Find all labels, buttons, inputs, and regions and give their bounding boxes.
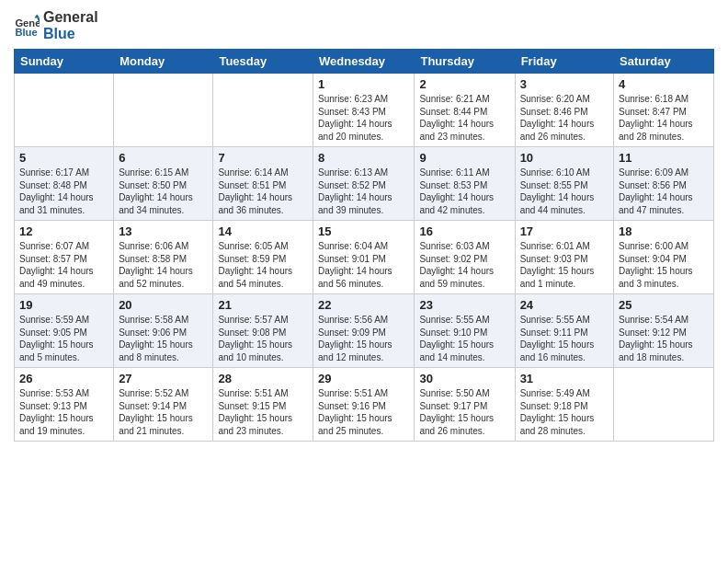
calendar-week-row: 19Sunrise: 5:59 AM Sunset: 9:05 PM Dayli… bbox=[15, 294, 714, 368]
calendar-day-19: 19Sunrise: 5:59 AM Sunset: 9:05 PM Dayli… bbox=[15, 294, 114, 368]
logo-blue: Blue bbox=[43, 26, 98, 42]
day-info: Sunrise: 6:14 AM Sunset: 8:51 PM Dayligh… bbox=[218, 167, 308, 216]
day-number: 28 bbox=[218, 372, 308, 385]
calendar-day-13: 13Sunrise: 6:06 AM Sunset: 8:58 PM Dayli… bbox=[114, 221, 213, 294]
day-number: 13 bbox=[119, 224, 208, 238]
weekday-header-sunday: Sunday bbox=[15, 50, 114, 74]
logo: General Blue General Blue bbox=[14, 9, 98, 41]
day-info: Sunrise: 6:20 AM Sunset: 8:46 PM Dayligh… bbox=[520, 93, 609, 143]
calendar-day-28: 28Sunrise: 5:51 AM Sunset: 9:15 PM Dayli… bbox=[213, 368, 313, 442]
day-info: Sunrise: 5:56 AM Sunset: 9:09 PM Dayligh… bbox=[318, 314, 409, 363]
calendar-day-7: 7Sunrise: 6:14 AM Sunset: 8:51 PM Daylig… bbox=[213, 147, 313, 221]
day-info: Sunrise: 6:13 AM Sunset: 8:52 PM Dayligh… bbox=[318, 167, 409, 216]
day-number: 25 bbox=[619, 298, 709, 312]
day-info: Sunrise: 5:51 AM Sunset: 9:16 PM Dayligh… bbox=[318, 387, 409, 437]
calendar-day-21: 21Sunrise: 5:57 AM Sunset: 9:08 PM Dayli… bbox=[213, 294, 313, 368]
day-number: 1 bbox=[318, 77, 409, 91]
weekday-header-thursday: Thursday bbox=[415, 50, 515, 74]
day-info: Sunrise: 5:53 AM Sunset: 9:13 PM Dayligh… bbox=[19, 387, 108, 437]
day-number: 2 bbox=[419, 77, 509, 91]
calendar-day-6: 6Sunrise: 6:15 AM Sunset: 8:50 PM Daylig… bbox=[114, 147, 213, 221]
day-info: Sunrise: 6:07 AM Sunset: 8:57 PM Dayligh… bbox=[19, 240, 108, 290]
day-info: Sunrise: 6:23 AM Sunset: 8:43 PM Dayligh… bbox=[318, 93, 409, 143]
calendar-day-14: 14Sunrise: 6:05 AM Sunset: 8:59 PM Dayli… bbox=[213, 221, 313, 294]
calendar-day-empty bbox=[15, 74, 114, 147]
calendar-day-25: 25Sunrise: 5:54 AM Sunset: 9:12 PM Dayli… bbox=[614, 294, 714, 368]
day-info: Sunrise: 5:52 AM Sunset: 9:14 PM Dayligh… bbox=[119, 387, 208, 437]
svg-marker-2 bbox=[34, 14, 40, 17]
calendar-day-5: 5Sunrise: 6:17 AM Sunset: 8:48 PM Daylig… bbox=[15, 147, 114, 221]
day-number: 26 bbox=[19, 372, 108, 385]
day-number: 31 bbox=[520, 372, 609, 385]
day-number: 24 bbox=[520, 298, 609, 312]
calendar-day-8: 8Sunrise: 6:13 AM Sunset: 8:52 PM Daylig… bbox=[313, 147, 415, 221]
svg-text:Blue: Blue bbox=[15, 27, 37, 38]
day-info: Sunrise: 6:10 AM Sunset: 8:55 PM Dayligh… bbox=[520, 167, 609, 216]
day-info: Sunrise: 5:58 AM Sunset: 9:06 PM Dayligh… bbox=[119, 314, 208, 363]
calendar-week-row: 5Sunrise: 6:17 AM Sunset: 8:48 PM Daylig… bbox=[15, 147, 714, 221]
calendar-week-row: 26Sunrise: 5:53 AM Sunset: 9:13 PM Dayli… bbox=[15, 368, 714, 442]
day-number: 20 bbox=[119, 298, 208, 312]
day-info: Sunrise: 5:50 AM Sunset: 9:17 PM Dayligh… bbox=[419, 387, 509, 437]
header: General Blue General Blue bbox=[14, 9, 714, 41]
day-info: Sunrise: 5:54 AM Sunset: 9:12 PM Dayligh… bbox=[619, 314, 709, 363]
day-info: Sunrise: 6:05 AM Sunset: 8:59 PM Dayligh… bbox=[218, 240, 308, 290]
weekday-header-monday: Monday bbox=[114, 50, 213, 74]
calendar-day-29: 29Sunrise: 5:51 AM Sunset: 9:16 PM Dayli… bbox=[313, 368, 415, 442]
day-number: 8 bbox=[318, 151, 409, 165]
calendar-day-empty bbox=[614, 368, 714, 442]
calendar-day-17: 17Sunrise: 6:01 AM Sunset: 9:03 PM Dayli… bbox=[515, 221, 613, 294]
day-number: 9 bbox=[419, 151, 509, 165]
day-info: Sunrise: 6:18 AM Sunset: 8:47 PM Dayligh… bbox=[619, 93, 709, 143]
day-info: Sunrise: 6:00 AM Sunset: 9:04 PM Dayligh… bbox=[619, 240, 709, 290]
logo-general: General bbox=[43, 9, 98, 26]
calendar-day-11: 11Sunrise: 6:09 AM Sunset: 8:56 PM Dayli… bbox=[614, 147, 714, 221]
day-info: Sunrise: 5:57 AM Sunset: 9:08 PM Dayligh… bbox=[218, 314, 308, 363]
calendar-day-2: 2Sunrise: 6:21 AM Sunset: 8:44 PM Daylig… bbox=[415, 74, 515, 147]
weekday-header-saturday: Saturday bbox=[614, 50, 714, 74]
calendar-day-27: 27Sunrise: 5:52 AM Sunset: 9:14 PM Dayli… bbox=[114, 368, 213, 442]
weekday-header-wednesday: Wednesday bbox=[313, 50, 415, 74]
day-info: Sunrise: 5:55 AM Sunset: 9:10 PM Dayligh… bbox=[419, 314, 509, 363]
calendar-day-30: 30Sunrise: 5:50 AM Sunset: 9:17 PM Dayli… bbox=[415, 368, 515, 442]
day-number: 29 bbox=[318, 372, 409, 385]
day-number: 7 bbox=[218, 151, 308, 165]
calendar-day-23: 23Sunrise: 5:55 AM Sunset: 9:10 PM Dayli… bbox=[415, 294, 515, 368]
calendar-day-empty bbox=[114, 74, 213, 147]
calendar-table: SundayMondayTuesdayWednesdayThursdayFrid… bbox=[14, 49, 714, 442]
calendar-day-20: 20Sunrise: 5:58 AM Sunset: 9:06 PM Dayli… bbox=[114, 294, 213, 368]
day-number: 18 bbox=[619, 224, 709, 238]
calendar-day-12: 12Sunrise: 6:07 AM Sunset: 8:57 PM Dayli… bbox=[15, 221, 114, 294]
day-number: 6 bbox=[119, 151, 208, 165]
day-number: 27 bbox=[119, 372, 208, 385]
day-info: Sunrise: 6:04 AM Sunset: 9:01 PM Dayligh… bbox=[318, 240, 409, 290]
weekday-header-friday: Friday bbox=[515, 50, 613, 74]
day-number: 3 bbox=[520, 77, 609, 91]
weekday-header-tuesday: Tuesday bbox=[213, 50, 313, 74]
day-info: Sunrise: 6:17 AM Sunset: 8:48 PM Dayligh… bbox=[19, 167, 108, 216]
calendar-day-22: 22Sunrise: 5:56 AM Sunset: 9:09 PM Dayli… bbox=[313, 294, 415, 368]
day-info: Sunrise: 6:03 AM Sunset: 9:02 PM Dayligh… bbox=[419, 240, 509, 290]
calendar-week-row: 1Sunrise: 6:23 AM Sunset: 8:43 PM Daylig… bbox=[15, 74, 714, 147]
day-info: Sunrise: 6:06 AM Sunset: 8:58 PM Dayligh… bbox=[119, 240, 208, 290]
day-info: Sunrise: 6:11 AM Sunset: 8:53 PM Dayligh… bbox=[419, 167, 509, 216]
calendar-day-31: 31Sunrise: 5:49 AM Sunset: 9:18 PM Dayli… bbox=[515, 368, 613, 442]
calendar-day-4: 4Sunrise: 6:18 AM Sunset: 8:47 PM Daylig… bbox=[614, 74, 714, 147]
logo-icon: General Blue bbox=[14, 13, 40, 39]
calendar-day-10: 10Sunrise: 6:10 AM Sunset: 8:55 PM Dayli… bbox=[515, 147, 613, 221]
calendar-day-9: 9Sunrise: 6:11 AM Sunset: 8:53 PM Daylig… bbox=[415, 147, 515, 221]
day-number: 23 bbox=[419, 298, 509, 312]
day-number: 14 bbox=[218, 224, 308, 238]
day-info: Sunrise: 5:51 AM Sunset: 9:15 PM Dayligh… bbox=[218, 387, 308, 437]
day-number: 22 bbox=[318, 298, 409, 312]
day-info: Sunrise: 6:09 AM Sunset: 8:56 PM Dayligh… bbox=[619, 167, 709, 216]
day-number: 15 bbox=[318, 224, 409, 238]
calendar-day-1: 1Sunrise: 6:23 AM Sunset: 8:43 PM Daylig… bbox=[313, 74, 415, 147]
page: General Blue General Blue SundayMondayTu… bbox=[0, 0, 728, 451]
calendar-day-15: 15Sunrise: 6:04 AM Sunset: 9:01 PM Dayli… bbox=[313, 221, 415, 294]
calendar-day-empty bbox=[213, 74, 313, 147]
calendar-day-26: 26Sunrise: 5:53 AM Sunset: 9:13 PM Dayli… bbox=[15, 368, 114, 442]
day-number: 19 bbox=[19, 298, 108, 312]
calendar-day-3: 3Sunrise: 6:20 AM Sunset: 8:46 PM Daylig… bbox=[515, 74, 613, 147]
day-info: Sunrise: 5:55 AM Sunset: 9:11 PM Dayligh… bbox=[520, 314, 609, 363]
